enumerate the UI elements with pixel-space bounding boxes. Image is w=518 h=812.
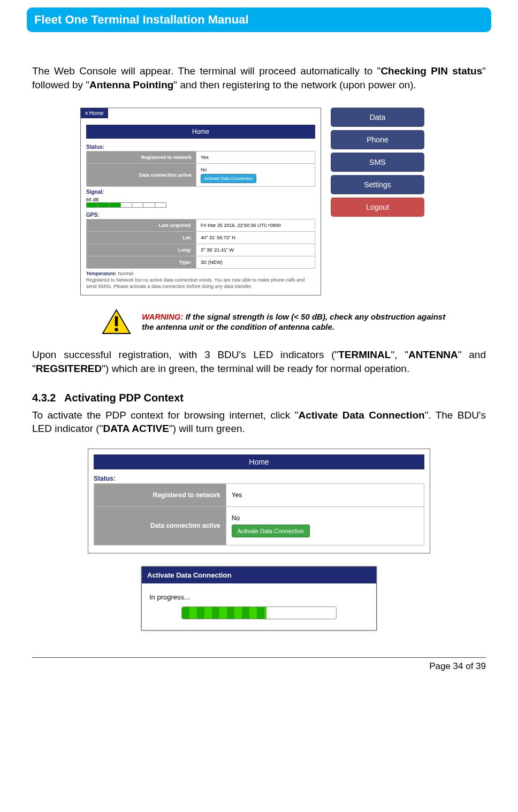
nav-button-logout[interactable]: Logout — [331, 198, 424, 217]
warning-block: WARNING: If the signal strength is low (… — [102, 308, 486, 335]
home-title-bar: Home — [86, 125, 315, 139]
status-label-2: Status: — [88, 473, 430, 483]
status-data-val: No — [201, 167, 207, 172]
table-row: Last acquired:Fri Mar 25 2016, 22:50:36 … — [87, 219, 315, 232]
warning-prefix: WARNING: — [142, 312, 184, 321]
para2-b1: TERMINAL — [338, 349, 391, 360]
progress-dialog: Activate Data Connection In progress... — [141, 566, 377, 631]
signal-meter — [86, 202, 166, 208]
svg-rect-1 — [115, 316, 118, 326]
gps-last-key: Last acquired: — [87, 219, 196, 232]
intro-paragraph: The Web Console will appear. The termina… — [32, 64, 486, 92]
temperature-value: Normal — [118, 271, 133, 276]
warning-body: If the signal strength is low (< 50 dB),… — [142, 312, 445, 332]
home-title-bar-2: Home — [94, 454, 424, 469]
nav-button-data[interactable]: Data — [331, 108, 424, 127]
table-row: Long:3° 39' 21.41" W — [87, 244, 315, 256]
gps-lat-val: 40° 31' 58.72" N — [196, 232, 315, 244]
document-header: Fleet One Terminal Installation Manual — [27, 7, 491, 32]
status-data-cell: No Activate Data Connection — [196, 164, 315, 187]
nav-button-settings[interactable]: Settings — [331, 175, 424, 194]
status2-data-val: No — [232, 514, 240, 522]
status-table: Registered to network Yes Data connectio… — [86, 151, 315, 187]
pdp-paragraph: To activate the PDP context for browsing… — [32, 408, 486, 436]
status-table-2: Registered to network Yes Data connectio… — [94, 483, 424, 545]
para2-b3: REGSITERED — [36, 363, 102, 374]
gps-type-key: Type: — [87, 256, 196, 269]
svg-point-2 — [115, 328, 118, 331]
para2-suffix: ") which are in green, the terminal will… — [102, 363, 409, 374]
progress-bar-fill — [182, 607, 266, 619]
activate-data-button-green[interactable]: Activate Data Connection — [232, 525, 310, 537]
section-number: 4.3.2 — [32, 392, 64, 404]
web-console-main-panel: Home Home Status: Registered to network … — [80, 108, 321, 295]
table-row: Registered to network Yes — [94, 483, 424, 506]
web-console-screenshot: Home Home Status: Registered to network … — [80, 108, 486, 295]
status2-reg-key: Registered to network — [94, 483, 226, 506]
table-row: Data connection active No Activate Data … — [87, 164, 315, 187]
nav-button-phone[interactable]: Phone — [331, 130, 424, 149]
status-reg-key: Registered to network — [87, 151, 196, 164]
section-heading: 4.3.2Activating PDP Context — [32, 392, 486, 404]
temperature-label: Temperature: — [86, 271, 117, 276]
activate-data-button[interactable]: Activate Data Connection — [201, 174, 256, 183]
status2-data-cell: No Activate Data Connection — [226, 506, 424, 545]
dialog-title: Activate Data Connection — [142, 567, 376, 583]
signal-label: Signal: — [81, 187, 321, 196]
nav-button-sms[interactable]: SMS — [331, 153, 424, 172]
progress-bar — [181, 606, 337, 619]
para2-prefix: Upon successful registration, with 3 BDU… — [32, 349, 338, 360]
status-data-key: Data connection active — [87, 164, 196, 187]
warning-text: WARNING: If the signal strength is low (… — [142, 312, 458, 332]
para3-b2: DATA ACTIVE — [103, 423, 169, 434]
gps-table: Last acquired:Fri Mar 25 2016, 22:50:36 … — [86, 219, 315, 269]
para3-suffix: ") will turn green. — [169, 423, 245, 434]
registration-paragraph: Upon successful registration, with 3 BDU… — [32, 348, 486, 375]
gps-long-key: Long: — [87, 244, 196, 256]
table-row: Registered to network Yes — [87, 151, 315, 164]
para1-b1: Checking PIN status — [380, 65, 482, 77]
status2-data-key: Data connection active — [94, 506, 226, 545]
gps-long-val: 3° 39' 21.41" W — [196, 244, 315, 256]
home-tab[interactable]: Home — [81, 108, 108, 118]
gps-last-val: Fri Mar 25 2016, 22:50:36 UTC+0800 — [196, 219, 315, 232]
pdp-screenshot: Home Status: Registered to network Yes D… — [88, 449, 430, 631]
para3-b1: Activate Data Connection — [298, 409, 424, 421]
section-title: Activating PDP Context — [64, 392, 184, 404]
para2-b2: ANTENNA — [408, 349, 458, 360]
gps-type-val: 3D (NEW) — [196, 256, 315, 269]
console-note-text: Registered to Network but no active data… — [86, 277, 304, 289]
para1-prefix: The Web Console will appear. The termina… — [32, 65, 380, 77]
warning-icon — [102, 308, 131, 335]
para1-b2: Antenna Pointing — [89, 79, 173, 90]
table-row: Data connection active No Activate Data … — [94, 506, 424, 545]
para3-prefix: To activate the PDP context for browsing… — [32, 409, 298, 421]
signal-value: 65 dB — [86, 197, 315, 202]
gps-lat-key: Lat: — [87, 232, 196, 244]
status-label: Status: — [81, 142, 321, 151]
para2-m1: ", " — [391, 349, 408, 360]
para1-suffix: " and then registering to the network (u… — [173, 79, 416, 90]
status2-reg-val: Yes — [226, 483, 424, 506]
status-reg-val: Yes — [196, 151, 315, 164]
dialog-body-text: In progress... — [149, 593, 369, 601]
gps-label: GPS: — [81, 210, 321, 219]
table-row: Type:3D (NEW) — [87, 256, 315, 269]
side-nav-buttons: Data Phone SMS Settings Logout — [331, 108, 424, 220]
page-footer: Page 34 of 39 — [32, 657, 486, 672]
table-row: Lat:40° 31' 58.72" N — [87, 232, 315, 244]
